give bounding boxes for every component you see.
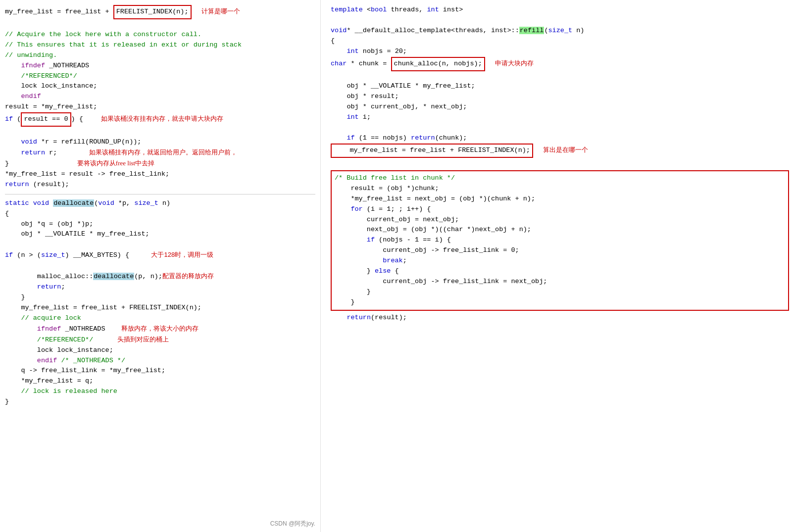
right-code-inner: /* Build free list in chunk */ result = … (335, 173, 785, 308)
right-panel: template <bool threads, int inst> void* … (321, 0, 794, 532)
left-code-bottom: static void deallocate(void *p, size_t n… (5, 198, 315, 407)
left-code-top: my_free_list = free_list + FREELIST_INDE… (5, 5, 315, 190)
right-code-top: template <bool threads, int inst> void* … (331, 5, 789, 168)
left-panel: my_free_list = free_list + FREELIST_INDE… (0, 0, 321, 532)
right-code-bottom: return(result); (331, 313, 789, 323)
right-code-box: /* Build free list in chunk */ result = … (331, 170, 789, 311)
main-container: my_free_list = free_list + FREELIST_INDE… (0, 0, 794, 532)
watermark: CSDN @阿秃joy. (270, 520, 315, 528)
